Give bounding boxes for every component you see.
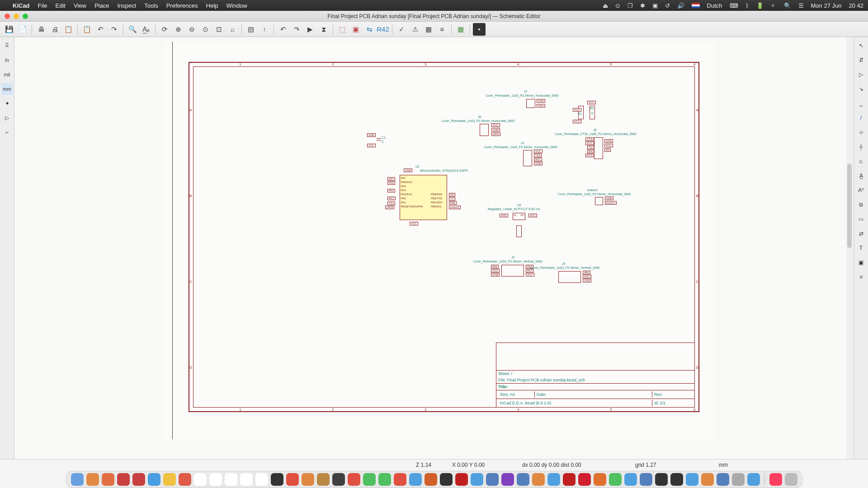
keyboard-icon[interactable]: ⌨ [730,2,738,9]
dock-app[interactable] [71,473,84,486]
find-button[interactable]: 🔍 [126,23,139,36]
add-hier-label-tool[interactable]: ⧉ [855,199,867,211]
dock-app[interactable] [240,473,253,486]
wifi-icon[interactable]: ᯤ [771,2,777,9]
zoom-in-button[interactable]: ⊕ [172,23,184,36]
zoom-button[interactable] [23,14,28,19]
dock-app[interactable] [732,473,745,486]
replace-button[interactable]: A̲ᵦ [140,23,152,36]
dock-app[interactable] [86,473,99,486]
dock-app[interactable] [440,473,453,486]
menu-window[interactable]: Window [226,2,247,9]
dock-app[interactable] [117,473,130,486]
zoom-fit-button[interactable]: ⊙ [199,23,212,36]
add-label-tool[interactable]: ⎌ [855,155,867,167]
simulator-button[interactable]: ▦ [422,23,435,36]
add-netlabel-tool[interactable]: A̲ [855,170,867,182]
plot-button[interactable]: 🖨 [48,23,61,36]
menu-edit[interactable]: Edit [56,2,66,9]
dock-app[interactable] [547,473,560,486]
clipboard-button[interactable]: 📋 [80,23,93,36]
delete-tool[interactable]: ⤫ [855,271,867,283]
add-global-label-tool[interactable]: A⁰ [855,184,867,196]
search-icon[interactable]: 🔍 [784,2,791,9]
symbol-editor-button[interactable]: ⬚ [336,23,349,36]
dock-app[interactable] [225,473,237,486]
rotate-ccw-button[interactable]: ↶ [277,23,289,36]
close-button[interactable] [5,14,10,19]
menu-place[interactable]: Place [94,2,109,9]
dock-app[interactable] [517,473,529,486]
add-symbol-tool[interactable]: ▷ [855,69,867,80]
dock-app[interactable] [317,473,330,486]
dock-app[interactable] [769,473,782,486]
menu-view[interactable]: View [74,2,86,9]
redo-button[interactable]: ↷ [108,23,120,36]
grid-button[interactable]: ⠿ [1,40,13,52]
free-angle-button[interactable]: ⌐ [1,127,13,138]
print-button[interactable]: 🖶 [35,23,47,36]
dock-app[interactable] [363,473,376,486]
dock-app[interactable] [640,473,652,486]
import-sheet-tool[interactable]: ⇄ [855,228,867,239]
highlight-net-tool[interactable]: ⇵ [855,54,867,66]
dock-app[interactable] [286,473,299,486]
dock-app[interactable] [378,473,391,486]
dock-app[interactable] [747,473,760,486]
status-icon[interactable]: ✱ [640,2,645,9]
minimize-button[interactable] [14,14,19,19]
page-settings-button[interactable]: 📄 [16,23,29,36]
menubar-date[interactable]: Mon 27 Jun [811,2,842,9]
dock-app[interactable] [179,473,191,486]
add-noconnect-tool[interactable]: ⊹ [855,127,867,138]
status-icon[interactable]: ❐ [627,2,633,9]
control-center-icon[interactable]: ☰ [798,2,804,9]
dock-app[interactable] [563,473,576,486]
select-tool[interactable]: ↖ [855,40,867,52]
app-name[interactable]: KiCad [13,2,30,9]
dock-app[interactable] [624,473,637,486]
dock-app[interactable] [486,473,499,486]
units-in-button[interactable]: in [1,54,13,66]
add-wire-tool[interactable]: ⎯ [855,98,867,109]
dock-app[interactable] [332,473,345,486]
cursor-full-button[interactable]: ✦ [1,98,13,109]
dock-app[interactable] [102,473,114,486]
bom-button[interactable]: ≡ [436,23,448,36]
units-mm-button[interactable]: mm [1,83,13,95]
add-power-tool[interactable]: ↘ [855,83,867,95]
dock-app[interactable] [471,473,483,486]
dock-app[interactable] [271,473,283,486]
dock-app[interactable] [194,473,207,486]
dock-app[interactable] [609,473,622,486]
dock-app[interactable] [425,473,437,486]
dock-app[interactable] [132,473,145,486]
volume-icon[interactable]: 🔊 [677,2,684,9]
menu-tools[interactable]: Tools [144,2,158,9]
pcb-editor-button[interactable]: ▦ [454,23,467,36]
zoom-selection-button[interactable]: ⌕ [226,23,239,36]
dock-app[interactable] [670,473,683,486]
dock-app[interactable] [302,473,314,486]
dock-app[interactable] [655,473,668,486]
status-icon[interactable]: ↺ [665,2,670,9]
dock-app[interactable] [255,473,268,486]
zoom-objects-button[interactable]: ⊡ [212,23,225,36]
dock-app[interactable] [578,473,591,486]
dock-app[interactable] [455,473,468,486]
dock-app[interactable] [348,473,360,486]
flag-icon[interactable] [692,3,700,8]
dock-app[interactable] [148,473,160,486]
paste-button[interactable]: 📋 [62,23,75,36]
dock-app[interactable] [686,473,698,486]
refresh-button[interactable]: ⟳ [158,23,171,36]
add-text-tool[interactable]: T [855,242,867,254]
scripting-button[interactable]: ▪ [473,23,486,36]
dock-app[interactable] [394,473,406,486]
mirror-v-button[interactable]: ⧗ [317,23,330,36]
mirror-h-button[interactable]: ▶ [304,23,316,36]
dock-app[interactable] [717,473,729,486]
add-junction-tool[interactable]: ┼ [855,141,867,153]
update-pcb-button[interactable]: ⇆ [363,23,376,36]
battery-icon[interactable]: 🔋 [756,2,764,9]
